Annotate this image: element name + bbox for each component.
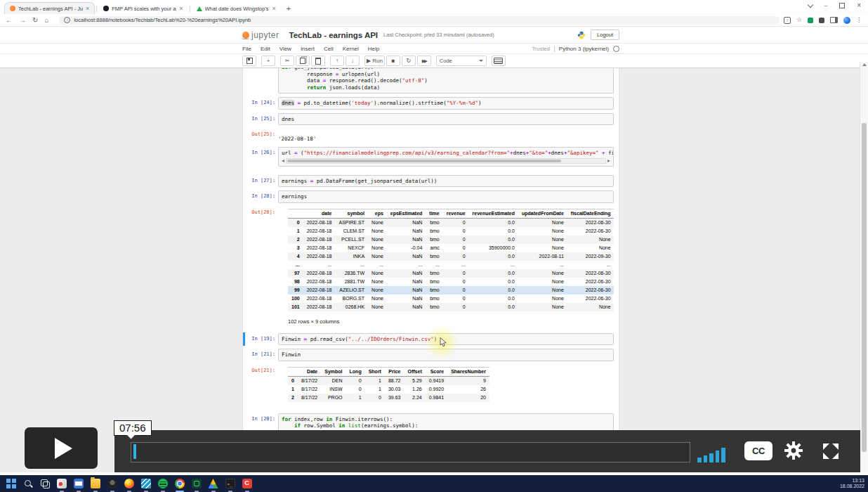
tab-close-icon[interactable]: × xyxy=(179,6,183,12)
code-editor[interactable]: earnings = pd.DataFrame(get_jsonparsed_d… xyxy=(282,178,610,185)
extension-green-icon[interactable] xyxy=(808,18,813,23)
mail-icon[interactable] xyxy=(71,476,86,492)
captions-button[interactable]: CC xyxy=(744,441,772,460)
table-row: 42022-08-18INKANoneNaNbmo00.02022-08-112… xyxy=(288,252,614,261)
home-icon[interactable]: ⌂ xyxy=(44,17,48,24)
code-cell-25[interactable]: In [25]: dnes xyxy=(243,113,619,126)
seek-bar[interactable] xyxy=(131,442,690,462)
tab-fmp[interactable]: FMP API scales with your applic × xyxy=(98,3,188,14)
running-indicator xyxy=(161,491,165,492)
video-content[interactable]: TechLab - earnings API - Jupyter × FMP A… xyxy=(0,0,868,472)
code-editor[interactable]: dnes xyxy=(282,116,610,123)
code-editor[interactable]: url = ("https://financialmodelingprep.co… xyxy=(282,150,610,157)
restart-kernel-button[interactable]: ↻ xyxy=(402,56,416,66)
forward-icon[interactable]: → xyxy=(19,17,26,24)
paste-cell-button[interactable] xyxy=(311,56,325,66)
code-editor-icon[interactable] xyxy=(189,476,204,492)
menu-kernel[interactable]: Kernel xyxy=(343,46,359,52)
new-tab-button[interactable]: + xyxy=(287,4,291,13)
reload-icon[interactable]: ↻ xyxy=(32,17,38,24)
bookmark-star-icon[interactable]: ☆ xyxy=(796,17,802,23)
waves-app-icon[interactable] xyxy=(138,476,153,492)
code-editor[interactable]: Finwin xyxy=(282,351,610,358)
command-palette-button[interactable] xyxy=(492,56,506,66)
drive-icon[interactable] xyxy=(206,476,221,492)
code-cell-21[interactable]: In [21]: Finwin xyxy=(243,349,619,361)
side-panel-icon[interactable] xyxy=(830,17,838,23)
save-button[interactable] xyxy=(242,56,256,66)
file-explorer-icon[interactable] xyxy=(88,476,103,492)
firefox-icon[interactable] xyxy=(121,476,136,492)
restart-run-all-button[interactable]: ▶▶ xyxy=(417,56,431,66)
share-icon[interactable]: ↑ xyxy=(784,17,791,24)
menu-file[interactable]: File xyxy=(242,46,251,52)
tab-jupyter[interactable]: TechLab - earnings API - Jupyter × xyxy=(4,2,95,14)
volume-bar-icon xyxy=(697,458,702,462)
playhead[interactable] xyxy=(133,444,136,459)
scroll-left-icon[interactable] xyxy=(282,160,284,162)
settings-button[interactable] xyxy=(784,441,803,463)
scroll-up-icon[interactable] xyxy=(862,63,867,66)
scroll-right-icon[interactable] xyxy=(607,160,610,162)
minimize-button[interactable]: – xyxy=(824,2,827,8)
menu-insert[interactable]: Insert xyxy=(301,46,315,52)
fullscreen-button[interactable] xyxy=(822,442,840,463)
address-bar[interactable]: i localhost:8888/notebooks/Techlab/TechL… xyxy=(59,16,779,25)
spotify-icon[interactable] xyxy=(155,476,170,492)
task-view-icon[interactable] xyxy=(37,476,52,492)
code-cell-function[interactable]: def get_jsonparsed_data(url): response =… xyxy=(243,69,619,93)
menu-view[interactable]: View xyxy=(280,46,291,52)
code-cell-27[interactable]: In [27]: earnings = pd.DataFrame(get_jso… xyxy=(243,175,619,188)
tab-close-icon[interactable]: × xyxy=(272,6,276,12)
code-editor[interactable]: def get_jsonparsed_data(url): response =… xyxy=(282,68,610,91)
horizontal-scrollbar[interactable] xyxy=(282,159,610,164)
cell-type-dropdown[interactable]: Code xyxy=(436,56,487,66)
move-cell-up-button[interactable]: ↑ xyxy=(330,56,344,66)
code-cell-28[interactable]: In [28]: earnings xyxy=(243,190,619,203)
code-cell-26[interactable]: In [26]: url = ("https://financialmodeli… xyxy=(243,147,619,167)
start-icon[interactable] xyxy=(4,476,18,492)
scrollbar-thumb[interactable] xyxy=(287,160,561,162)
menu-help[interactable]: Help xyxy=(368,46,379,52)
play-button[interactable] xyxy=(25,427,98,469)
kernel-idle-icon xyxy=(613,46,619,52)
code-editor[interactable]: dnes = pd.to_datetime('today').normalize… xyxy=(282,100,610,107)
chrome-icon[interactable] xyxy=(172,476,187,492)
code-cell-19-selected[interactable]: In [19]: Finwin = pd.read_csv("../../IDO… xyxy=(243,333,619,346)
run-button[interactable]: ▶Run xyxy=(364,56,385,66)
extensions-puzzle-icon[interactable] xyxy=(819,18,824,23)
notebook-title[interactable]: TechLab - earnings API xyxy=(289,31,379,39)
taskbar-clock[interactable]: 13:13 18.08.2022 xyxy=(840,475,864,492)
page-scrollbar[interactable] xyxy=(860,62,868,472)
close-window-button[interactable]: × xyxy=(857,1,861,9)
search-icon[interactable] xyxy=(20,476,35,492)
running-indicator xyxy=(144,491,148,492)
profile-avatar[interactable] xyxy=(843,17,850,24)
tab-search-icon[interactable] xyxy=(807,1,813,7)
code-cell-24[interactable]: In [24]: dnes = pd.to_datetime('today').… xyxy=(243,97,619,110)
code-editor[interactable]: earnings xyxy=(282,193,610,200)
site-info-icon[interactable]: i xyxy=(64,17,70,23)
copy-cell-button[interactable] xyxy=(296,56,310,66)
move-cell-down-button[interactable]: ↓ xyxy=(346,56,360,66)
chevron-down-icon xyxy=(479,60,483,62)
tab-wingstop[interactable]: What date does Wingstop's (WI × xyxy=(192,3,281,14)
cut-cell-button[interactable]: ✂ xyxy=(280,56,294,66)
volume-button[interactable] xyxy=(697,448,725,462)
logout-button[interactable]: Logout xyxy=(591,30,619,40)
steam-icon[interactable] xyxy=(105,476,119,492)
back-icon[interactable]: ← xyxy=(6,17,13,24)
jupyter-logo[interactable]: jupyter xyxy=(242,30,280,40)
photos-icon[interactable] xyxy=(54,476,69,492)
scrollbar-thumb[interactable] xyxy=(862,123,867,452)
tab-close-icon[interactable]: × xyxy=(86,6,89,12)
terminal-icon[interactable] xyxy=(223,476,237,492)
browser-menu-icon[interactable]: ⋮ xyxy=(856,17,862,23)
menu-cell[interactable]: Cell xyxy=(324,46,334,52)
maximize-button[interactable] xyxy=(839,3,845,8)
trusted-badge[interactable]: Trusted xyxy=(532,46,550,52)
interrupt-kernel-button[interactable]: ■ xyxy=(386,56,400,66)
add-cell-button[interactable]: + xyxy=(261,56,275,66)
menu-edit[interactable]: Edit xyxy=(261,46,270,52)
c-app-icon[interactable] xyxy=(239,476,254,492)
